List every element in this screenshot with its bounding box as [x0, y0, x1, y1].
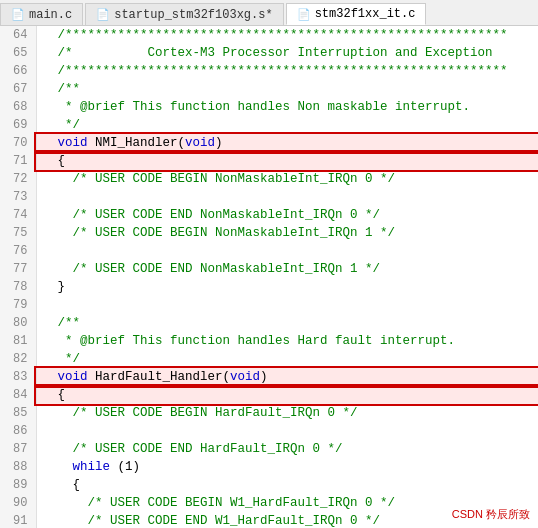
- line-number: 74: [0, 206, 36, 224]
- line-number: 86: [0, 422, 36, 440]
- line-number: 70: [0, 134, 36, 152]
- table-row: 74 /* USER CODE END NonMaskableInt_IRQn …: [0, 206, 538, 224]
- line-number: 91: [0, 512, 36, 528]
- line-number: 67: [0, 80, 36, 98]
- line-number: 71: [0, 152, 36, 170]
- line-number: 66: [0, 62, 36, 80]
- tab-bar: 📄 main.c 📄 startup_stm32f103xg.s* 📄 stm3…: [0, 0, 538, 26]
- line-number: 72: [0, 170, 36, 188]
- line-content: while (1): [36, 458, 538, 476]
- line-content: }: [36, 278, 538, 296]
- line-number: 83: [0, 368, 36, 386]
- table-row: 66 /************************************…: [0, 62, 538, 80]
- table-row: 80 /**: [0, 314, 538, 332]
- line-number: 79: [0, 296, 36, 314]
- table-row: 70 void NMI_Handler(void): [0, 134, 538, 152]
- table-row: 73: [0, 188, 538, 206]
- line-content: void NMI_Handler(void): [36, 134, 538, 152]
- tab-main-c-label: main.c: [29, 8, 72, 22]
- table-row: 78 }: [0, 278, 538, 296]
- line-number: 81: [0, 332, 36, 350]
- line-number: 77: [0, 260, 36, 278]
- tab-stm32-it[interactable]: 📄 stm32f1xx_it.c: [286, 3, 427, 25]
- line-content: /***************************************…: [36, 26, 538, 44]
- line-content: [36, 188, 538, 206]
- line-content: /***************************************…: [36, 62, 538, 80]
- line-content: * @brief This function handles Hard faul…: [36, 332, 538, 350]
- table-row: 64 /************************************…: [0, 26, 538, 44]
- line-number: 88: [0, 458, 36, 476]
- line-number: 78: [0, 278, 36, 296]
- table-row: 76: [0, 242, 538, 260]
- line-number: 85: [0, 404, 36, 422]
- line-number: 69: [0, 116, 36, 134]
- line-content: /**: [36, 314, 538, 332]
- table-row: 83 void HardFault_Handler(void): [0, 368, 538, 386]
- line-content: [36, 422, 538, 440]
- table-row: 88 while (1): [0, 458, 538, 476]
- table-row: 79: [0, 296, 538, 314]
- line-content: {: [36, 386, 538, 404]
- line-number: 90: [0, 494, 36, 512]
- line-number: 75: [0, 224, 36, 242]
- line-number: 84: [0, 386, 36, 404]
- code-table: 64 /************************************…: [0, 26, 538, 528]
- line-content: {: [36, 152, 538, 170]
- line-content: [36, 242, 538, 260]
- line-number: 87: [0, 440, 36, 458]
- table-row: 65 /* Cortex-M3 Processor Interruption a…: [0, 44, 538, 62]
- line-content: void HardFault_Handler(void): [36, 368, 538, 386]
- line-content: /* USER CODE BEGIN NonMaskableInt_IRQn 1…: [36, 224, 538, 242]
- line-content: /* USER CODE END NonMaskableInt_IRQn 0 *…: [36, 206, 538, 224]
- code-area: 64 /************************************…: [0, 26, 538, 528]
- line-content: /* USER CODE END HardFault_IRQn 0 */: [36, 440, 538, 458]
- table-row: 85 /* USER CODE BEGIN HardFault_IRQn 0 *…: [0, 404, 538, 422]
- tab-main-c[interactable]: 📄 main.c: [0, 3, 83, 25]
- line-number: 82: [0, 350, 36, 368]
- line-content: /* Cortex-M3 Processor Interruption and …: [36, 44, 538, 62]
- csdn-watermark: CSDN 矜辰所致: [452, 507, 530, 522]
- table-row: 69 */: [0, 116, 538, 134]
- line-content: */: [36, 350, 538, 368]
- tab-stm32-label: stm32f1xx_it.c: [315, 7, 416, 21]
- table-row: 68 * @brief This function handles Non ma…: [0, 98, 538, 116]
- line-content: * @brief This function handles Non maska…: [36, 98, 538, 116]
- line-number: 80: [0, 314, 36, 332]
- table-row: 87 /* USER CODE END HardFault_IRQn 0 */: [0, 440, 538, 458]
- table-row: 71 {: [0, 152, 538, 170]
- tab-startup-icon: 📄: [96, 8, 110, 21]
- line-content: [36, 296, 538, 314]
- line-content: */: [36, 116, 538, 134]
- line-content: /* USER CODE BEGIN HardFault_IRQn 0 */: [36, 404, 538, 422]
- table-row: 81 * @brief This function handles Hard f…: [0, 332, 538, 350]
- line-content: /* USER CODE END NonMaskableInt_IRQn 1 *…: [36, 260, 538, 278]
- table-row: 84 {: [0, 386, 538, 404]
- table-row: 67 /**: [0, 80, 538, 98]
- table-row: 89 {: [0, 476, 538, 494]
- tab-stm32-icon: 📄: [297, 8, 311, 21]
- tab-main-c-icon: 📄: [11, 8, 25, 21]
- line-content: /* USER CODE BEGIN NonMaskableInt_IRQn 0…: [36, 170, 538, 188]
- line-content: {: [36, 476, 538, 494]
- table-row: 72 /* USER CODE BEGIN NonMaskableInt_IRQ…: [0, 170, 538, 188]
- line-number: 76: [0, 242, 36, 260]
- tab-startup-label: startup_stm32f103xg.s*: [114, 8, 272, 22]
- table-row: 82 */: [0, 350, 538, 368]
- table-row: 75 /* USER CODE BEGIN NonMaskableInt_IRQ…: [0, 224, 538, 242]
- line-number: 64: [0, 26, 36, 44]
- tab-startup[interactable]: 📄 startup_stm32f103xg.s*: [85, 3, 283, 25]
- line-number: 89: [0, 476, 36, 494]
- line-content: /**: [36, 80, 538, 98]
- line-number: 73: [0, 188, 36, 206]
- line-number: 68: [0, 98, 36, 116]
- line-number: 65: [0, 44, 36, 62]
- table-row: 77 /* USER CODE END NonMaskableInt_IRQn …: [0, 260, 538, 278]
- table-row: 86: [0, 422, 538, 440]
